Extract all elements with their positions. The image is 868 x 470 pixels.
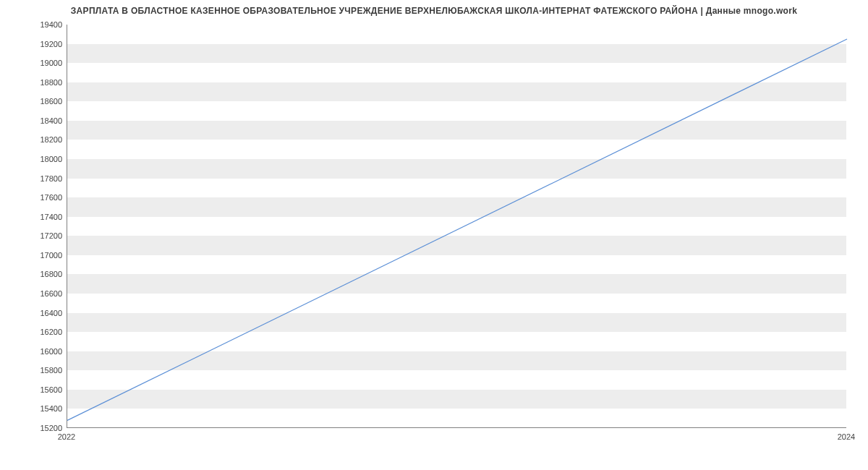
y-tick-label: 17800 bbox=[19, 174, 62, 183]
x-tick-label: 2022 bbox=[45, 432, 88, 441]
y-tick-label: 18600 bbox=[19, 97, 62, 106]
y-tick-label: 16800 bbox=[19, 270, 62, 278]
y-tick-label: 18000 bbox=[19, 155, 62, 163]
chart-container: 1520015400156001580016000162001640016600… bbox=[67, 25, 846, 428]
y-tick-label: 19000 bbox=[19, 59, 62, 67]
y-tick-label: 19400 bbox=[19, 20, 62, 29]
line-layer bbox=[67, 25, 847, 428]
y-tick-label: 16400 bbox=[19, 309, 62, 317]
y-tick-label: 16600 bbox=[19, 289, 62, 298]
y-tick-label: 16200 bbox=[19, 328, 62, 336]
x-tick-label: 2024 bbox=[825, 432, 868, 441]
y-tick-label: 17600 bbox=[19, 193, 62, 202]
y-tick-label: 17200 bbox=[19, 231, 62, 240]
y-tick-label: 16000 bbox=[19, 347, 62, 356]
y-tick-label: 15200 bbox=[19, 424, 62, 432]
y-tick-label: 17000 bbox=[19, 251, 62, 260]
data-series-line bbox=[67, 39, 847, 420]
y-tick-label: 18800 bbox=[19, 78, 62, 87]
y-tick-label: 15400 bbox=[19, 404, 62, 413]
y-tick-label: 18400 bbox=[19, 116, 62, 125]
y-tick-label: 15600 bbox=[19, 385, 62, 394]
y-tick-label: 15800 bbox=[19, 366, 62, 375]
y-tick-label: 17400 bbox=[19, 213, 62, 221]
plot-area bbox=[67, 25, 846, 428]
y-tick-label: 18200 bbox=[19, 135, 62, 144]
y-tick-label: 19200 bbox=[19, 40, 62, 48]
chart-title: ЗАРПЛАТА В ОБЛАСТНОЕ КАЗЕННОЕ ОБРАЗОВАТЕ… bbox=[0, 0, 868, 16]
